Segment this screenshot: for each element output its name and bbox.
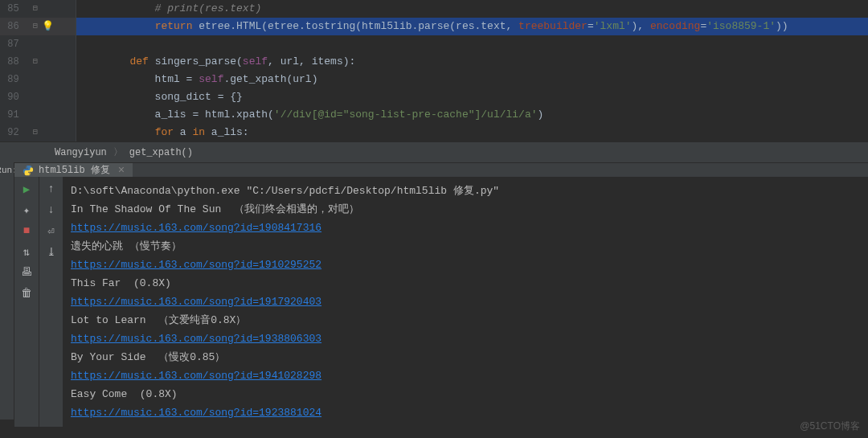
fold-icon[interactable]: ⊟ xyxy=(31,57,40,67)
breadcrumb[interactable]: Wangyiyun 〉 get_xpath() xyxy=(0,141,868,162)
close-tab-icon[interactable]: × xyxy=(118,164,125,177)
code-comment: # print(res.text) xyxy=(80,2,261,14)
run-panel-label[interactable]: Run: xyxy=(0,162,14,420)
fold-icon[interactable]: ⊟ xyxy=(31,22,40,31)
line-number: 87 xyxy=(0,35,24,53)
line-number: 88 xyxy=(0,53,24,71)
line-number: 89 xyxy=(0,71,24,88)
up-arrow-icon[interactable]: ↑ xyxy=(44,182,59,196)
scroll-to-end-icon[interactable]: ⤓ xyxy=(44,244,59,259)
console-text: By Your Side （慢改0.85） xyxy=(71,348,860,366)
console-output[interactable]: D:\soft\Anaconda\python.exe "C:/Users/pd… xyxy=(63,177,868,427)
intention-bulb-icon[interactable]: 💡 xyxy=(43,22,53,31)
gutter-row: 90 xyxy=(0,88,76,106)
gutter-row: 92 ⊟ xyxy=(0,124,76,141)
console-link[interactable]: https://music.163.com/song?id=1910295252 xyxy=(71,259,321,271)
run-icon[interactable]: ▶ xyxy=(19,182,34,196)
run-tabs: html5lib 修复 × xyxy=(14,162,868,177)
console-text: Lot to Learn （文爱纯音0.8X） xyxy=(71,311,860,330)
layout-icon[interactable]: ⇅ xyxy=(19,244,34,259)
line-number: 86 xyxy=(0,18,24,35)
console-text: D:\soft\Anaconda\python.exe "C:/Users/pd… xyxy=(71,182,860,200)
gutter-row: 85 ⊟ xyxy=(0,0,76,18)
gutter-row: 86 ⊟💡 xyxy=(0,18,76,35)
soft-wrap-icon[interactable]: ⏎ xyxy=(44,223,59,238)
watermark: @51CTO博客 xyxy=(800,420,860,433)
gutter-row: 88 ⊟ xyxy=(0,53,76,71)
fold-icon[interactable]: ⊟ xyxy=(31,4,40,14)
console-link[interactable]: https://music.163.com/song?id=1908417316 xyxy=(71,222,321,234)
stop-icon[interactable]: ■ xyxy=(19,223,34,238)
code-editor[interactable]: 85 ⊟ # print(res.text) 86 ⊟💡 return etre… xyxy=(0,0,868,141)
python-file-icon xyxy=(23,165,34,176)
run-tab-label: html5lib 修复 xyxy=(39,163,110,177)
gutter-row: 89 xyxy=(0,71,76,88)
debug-icon[interactable]: ✦ xyxy=(19,203,34,217)
code-line-86[interactable]: return etree.HTML(etree.tostring(html5li… xyxy=(76,18,868,35)
print-icon[interactable]: 🖶 xyxy=(19,265,34,280)
gutter-row: 91 xyxy=(0,106,76,124)
run-panel: Run: html5lib 修复 × ▶ ✦ ■ ⇅ 🖶 🗑 ↑ ↓ xyxy=(0,162,868,420)
line-number: 91 xyxy=(0,106,24,124)
console-text: Easy Come (0.8X) xyxy=(71,385,860,403)
run-tab[interactable]: html5lib 修复 × xyxy=(14,163,133,177)
trash-icon[interactable]: 🗑 xyxy=(19,286,34,301)
breadcrumb-item[interactable]: get_xpath() xyxy=(129,147,193,158)
fold-icon[interactable]: ⊟ xyxy=(31,128,40,137)
breadcrumb-item[interactable]: Wangyiyun xyxy=(55,147,107,158)
console-text: In The Shadow Of The Sun （我们终会相遇的，对吧） xyxy=(71,200,860,219)
line-number: 85 xyxy=(0,0,24,18)
console-link[interactable]: https://music.163.com/song?id=1917920403 xyxy=(71,296,321,308)
line-number: 90 xyxy=(0,88,24,106)
line-number: 92 xyxy=(0,124,24,141)
chevron-right-icon: 〉 xyxy=(113,145,123,159)
console-link[interactable]: https://music.163.com/song?id=1923881024 xyxy=(71,407,321,419)
down-arrow-icon[interactable]: ↓ xyxy=(44,203,59,217)
console-text: This Far (0.8X) xyxy=(71,274,860,293)
console-text: 遗失的心跳 （慢节奏） xyxy=(71,237,860,256)
console-link[interactable]: https://music.163.com/song?id=1938806303 xyxy=(71,333,321,345)
run-toolbar-secondary: ↑ ↓ ⏎ ⤓ xyxy=(39,177,63,427)
console-link[interactable]: https://music.163.com/song?id=1941028298 xyxy=(71,370,321,382)
run-toolbar-primary: ▶ ✦ ■ ⇅ 🖶 🗑 xyxy=(14,177,39,427)
gutter-row: 87 xyxy=(0,35,76,53)
